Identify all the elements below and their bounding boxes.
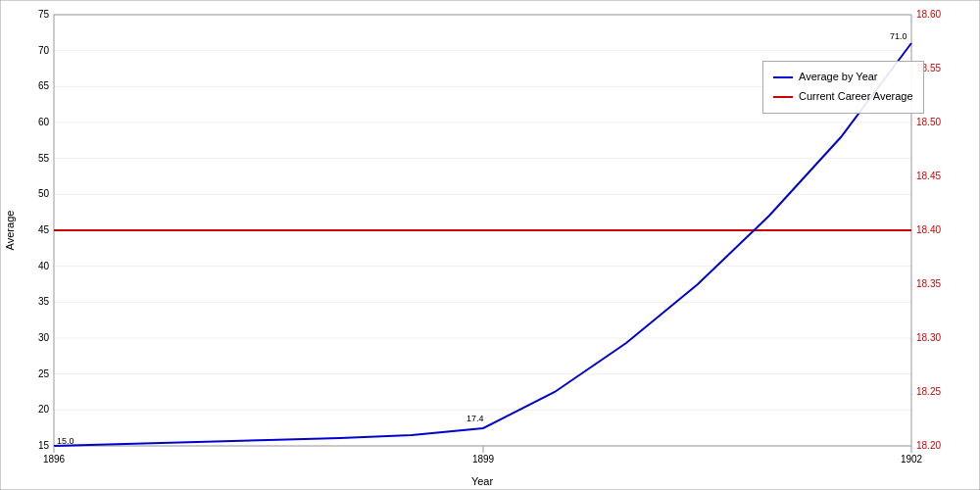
legend-average-by-year-label: Average by Year: [799, 68, 878, 87]
right-y-tick-1845: 18.45: [916, 171, 941, 181]
y-tick-45: 45: [38, 224, 50, 235]
chart-container: Average Year 75 70 65 60 55 50 45 40 35 …: [0, 0, 980, 490]
y-tick-65: 65: [38, 80, 50, 91]
right-y-tick-1835: 18.35: [916, 278, 941, 289]
right-y-tick-1820: 18.20: [916, 440, 941, 451]
annotation-1902: 71.0: [890, 31, 907, 41]
y-tick-35: 35: [38, 296, 50, 307]
y-tick-25: 25: [38, 368, 50, 379]
annotation-1896: 15.0: [57, 436, 74, 446]
y-tick-70: 70: [38, 45, 50, 56]
y-tick-20: 20: [38, 404, 50, 415]
right-y-tick-1850: 18.50: [916, 117, 941, 127]
x-tick-1902: 1902: [901, 454, 923, 465]
legend-current-career: Current Career Average: [773, 87, 913, 107]
x-axis-label: Year: [471, 475, 494, 487]
y-tick-75: 75: [38, 9, 50, 20]
legend-blue-swatch: [773, 76, 793, 78]
y-axis-label: Average: [4, 211, 16, 251]
y-tick-15: 15: [38, 440, 50, 451]
y-tick-55: 55: [38, 153, 50, 164]
right-y-tick-1825: 18.25: [916, 386, 941, 397]
y-tick-30: 30: [38, 332, 50, 343]
y-tick-40: 40: [38, 261, 50, 271]
legend-red-swatch: [773, 96, 793, 98]
legend-average-by-year: Average by Year: [773, 68, 913, 87]
annotation-1899: 17.4: [466, 414, 484, 423]
x-tick-1896: 1896: [43, 454, 66, 465]
legend-box: Average by Year Current Career Average: [762, 61, 924, 114]
legend-current-career-label: Current Career Average: [799, 87, 913, 107]
x-tick-1899: 1899: [472, 454, 495, 465]
y-tick-60: 60: [38, 117, 50, 127]
right-y-tick-1840: 18.40: [916, 224, 941, 235]
right-y-tick-1830: 18.30: [916, 332, 941, 343]
right-y-tick-1860: 18.60: [916, 9, 941, 20]
y-tick-50: 50: [38, 188, 50, 199]
